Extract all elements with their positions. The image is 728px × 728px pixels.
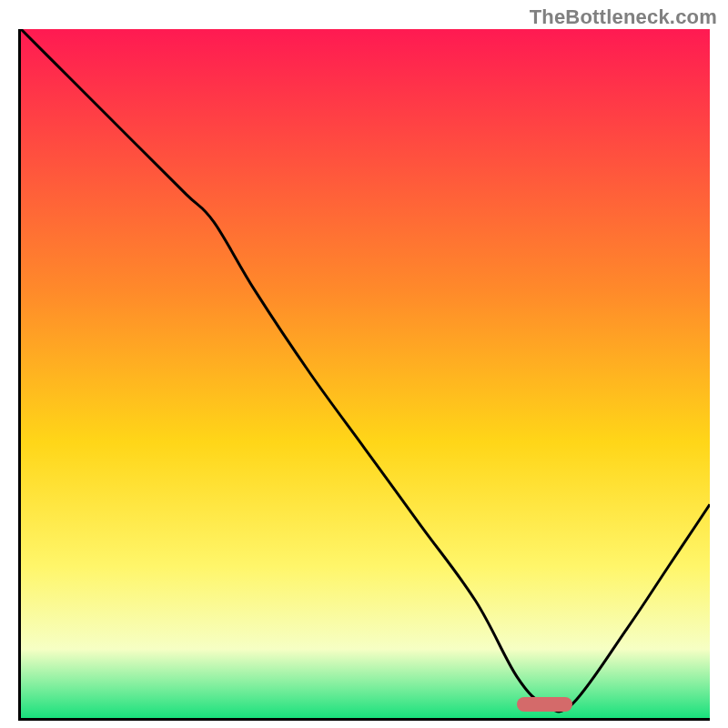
gradient-background bbox=[21, 29, 710, 718]
chart-stage: TheBottleneck.com bbox=[0, 0, 728, 728]
optimum-marker bbox=[517, 697, 572, 712]
svg-rect-0 bbox=[21, 29, 710, 718]
watermark-text: TheBottleneck.com bbox=[530, 5, 717, 29]
plot-area bbox=[18, 29, 710, 721]
